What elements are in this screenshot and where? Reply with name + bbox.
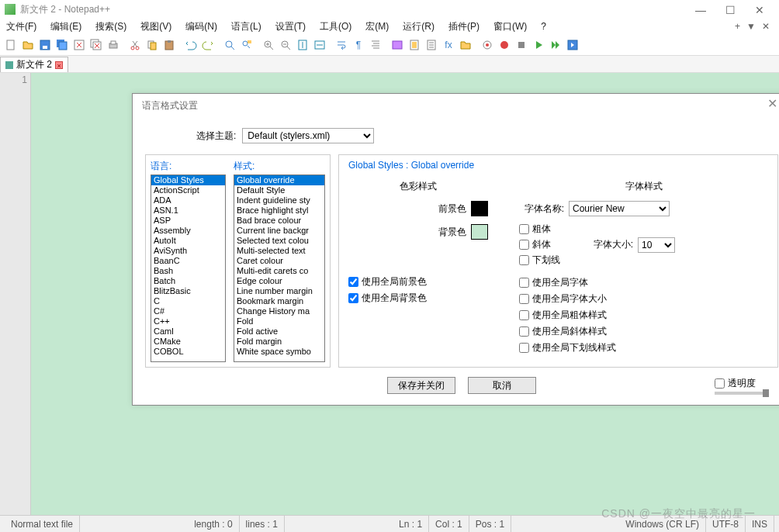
style-item[interactable]: Indent guideline sty [234, 195, 324, 206]
style-item[interactable]: Selected text colou [234, 236, 324, 246]
transparency-slider[interactable] [715, 392, 769, 395]
play-icon[interactable] [531, 37, 546, 53]
new-file-icon[interactable] [3, 37, 19, 53]
menu-macro[interactable]: 宏(M) [362, 20, 392, 33]
use-global-underline-check[interactable]: 使用全局下划线样式 [519, 341, 768, 354]
style-item[interactable]: White space symbo [234, 347, 324, 357]
undo-icon[interactable] [183, 37, 199, 53]
style-item[interactable]: Change History ma [234, 306, 324, 316]
style-item[interactable]: Multi-selected text [234, 246, 324, 256]
language-item[interactable]: Batch [151, 276, 225, 286]
menu-edit[interactable]: 编辑(E) [47, 20, 85, 33]
language-listbox[interactable]: Global StylesActionScriptADAASN.1ASPAsse… [151, 174, 226, 362]
fg-color-swatch[interactable] [471, 201, 488, 216]
language-item[interactable]: C# [151, 306, 225, 316]
doc-list-icon[interactable] [424, 37, 439, 53]
menu-x-icon[interactable]: ✕ [762, 21, 770, 32]
language-item[interactable]: Assembly [151, 226, 225, 236]
close-all-icon[interactable] [88, 37, 104, 53]
indent-guide-icon[interactable] [368, 37, 383, 53]
ud-lang-icon[interactable] [390, 37, 405, 53]
theme-select[interactable]: Default (stylers.xml) [242, 128, 374, 143]
font-size-select[interactable]: 10 [638, 237, 675, 253]
style-item[interactable]: Line number margin [234, 286, 324, 296]
underline-check[interactable]: 下划线 [519, 254, 560, 267]
save-icon[interactable] [37, 37, 53, 53]
cut-icon[interactable] [127, 37, 143, 53]
language-item[interactable]: C [151, 296, 225, 306]
font-name-select[interactable]: Courier New [569, 201, 670, 216]
monitor-icon[interactable] [480, 37, 495, 53]
style-item[interactable]: Bad brace colour [234, 216, 324, 226]
language-item[interactable]: BlitzBasic [151, 286, 225, 296]
menu-run[interactable]: 运行(R) [400, 20, 438, 33]
style-item[interactable]: Global override [234, 175, 324, 185]
style-item[interactable]: Current line backgr [234, 226, 324, 236]
language-item[interactable]: ActionScript [151, 185, 225, 195]
style-item[interactable]: Fold active [234, 326, 324, 337]
editor-content[interactable]: 语言格式设置 ✕ 选择主题: Default (stylers.xml) 语言:… [31, 73, 779, 532]
use-global-italic-check[interactable]: 使用全局斜体样式 [519, 325, 768, 338]
bold-check[interactable]: 粗体 [519, 223, 560, 236]
language-item[interactable]: C++ [151, 316, 225, 326]
close-button[interactable]: ✕ [754, 4, 765, 15]
menu-file[interactable]: 文件(F) [3, 20, 40, 33]
menu-window[interactable]: 窗口(W) [490, 20, 530, 33]
use-global-size-check[interactable]: 使用全局字体大小 [519, 292, 768, 306]
style-item[interactable]: Bookmark margin [234, 296, 324, 306]
dialog-close-icon[interactable]: ✕ [763, 96, 779, 115]
save-close-button[interactable]: 保存并关闭 [387, 377, 455, 394]
language-item[interactable]: Bash [151, 266, 225, 276]
language-item[interactable]: AutoIt [151, 236, 225, 246]
language-item[interactable]: CMake [151, 337, 225, 347]
language-item[interactable]: AviSynth [151, 246, 225, 256]
style-item[interactable]: Caret colour [234, 256, 324, 266]
transparency-check[interactable]: 透明度 [715, 377, 756, 390]
copy-icon[interactable] [144, 37, 160, 53]
language-item[interactable]: Caml [151, 326, 225, 337]
menu-plus-icon[interactable]: + [735, 21, 740, 32]
menu-dropdown-icon[interactable]: ▼ [746, 21, 756, 32]
minimize-button[interactable]: — [695, 4, 706, 15]
style-item[interactable]: Fold margin [234, 337, 324, 347]
bg-color-swatch[interactable] [471, 224, 488, 240]
sync-v-icon[interactable] [295, 37, 310, 53]
use-global-fg-check[interactable]: 使用全局前景色 [348, 275, 488, 288]
style-item[interactable]: Multi-edit carets co [234, 266, 324, 276]
language-item[interactable]: ASP [151, 216, 225, 226]
cancel-button[interactable]: 取消 [468, 377, 536, 394]
menu-search[interactable]: 搜索(S) [92, 20, 130, 33]
func-list-icon[interactable]: fx [441, 37, 456, 53]
language-item[interactable]: BaanC [151, 256, 225, 266]
style-item[interactable]: Default Style [234, 185, 324, 195]
open-file-icon[interactable] [20, 37, 36, 53]
menu-encoding[interactable]: 编码(N) [182, 20, 220, 33]
zoom-in-icon[interactable] [261, 37, 276, 53]
menu-tools[interactable]: 工具(O) [317, 20, 355, 33]
show-all-chars-icon[interactable]: ¶ [351, 37, 366, 53]
play-multi-icon[interactable] [548, 37, 563, 53]
language-item[interactable]: ADA [151, 195, 225, 206]
folder-browser-icon[interactable] [458, 37, 473, 53]
menu-plugins[interactable]: 插件(P) [445, 20, 483, 33]
find-icon[interactable] [222, 37, 237, 53]
language-item[interactable]: ASN.1 [151, 206, 225, 216]
style-listbox[interactable]: Global overrideDefault StyleIndent guide… [234, 174, 325, 362]
use-global-bold-check[interactable]: 使用全局粗体样式 [519, 309, 768, 322]
redo-icon[interactable] [200, 37, 216, 53]
menu-settings[interactable]: 设置(T) [272, 20, 309, 33]
file-tab[interactable]: 新文件 2 × [0, 57, 68, 72]
paste-icon[interactable] [161, 37, 177, 53]
use-global-font-check[interactable]: 使用全局字体 [519, 276, 768, 289]
close-file-icon[interactable] [71, 37, 87, 53]
menu-help[interactable]: ? [538, 21, 549, 32]
italic-check[interactable]: 斜体 [519, 238, 560, 251]
maximize-button[interactable]: ☐ [725, 4, 736, 15]
sync-h-icon[interactable] [312, 37, 327, 53]
stop-icon[interactable] [514, 37, 529, 53]
replace-icon[interactable] [239, 37, 254, 53]
use-global-bg-check[interactable]: 使用全局背景色 [348, 292, 488, 305]
save-all-icon[interactable] [54, 37, 70, 53]
wordwrap-icon[interactable] [334, 37, 349, 53]
style-item[interactable]: Fold [234, 316, 324, 326]
